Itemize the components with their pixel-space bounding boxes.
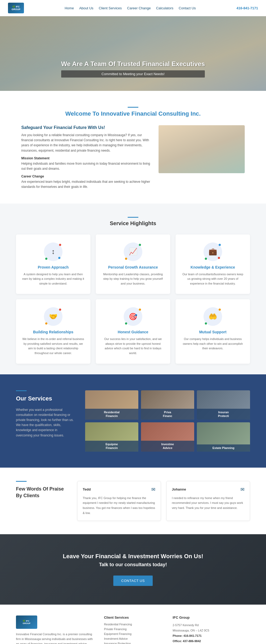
email-icon[interactable]: ✉ xyxy=(240,487,244,492)
footer-ifc-heading: IFC Group xyxy=(173,615,250,619)
card-description: Our company helps individuals and busine… xyxy=(181,337,245,351)
nav-contact[interactable]: Contact Us xyxy=(179,6,196,10)
testimonial-card: Tedd ✉ Thank you, IFC Group for helping … xyxy=(77,481,161,521)
service-highlights-section: Service Highlights ↕ Proven Approach A s… xyxy=(0,204,266,374)
nav-home[interactable]: Home xyxy=(65,6,74,10)
our-services-section: Our Services Whether you want a professi… xyxy=(0,374,266,468)
cta-subheading: Talk to our consultants today! xyxy=(16,562,250,568)
footer-cs-link[interactable]: Equipment Financing xyxy=(104,632,162,635)
logo[interactable]: 🌿 IFCGROUP xyxy=(8,3,24,13)
nav-calculators[interactable]: Calculators xyxy=(156,6,173,10)
testimonial-name: Tedd xyxy=(83,487,91,491)
footer-cs-link[interactable]: Residential Financing xyxy=(104,623,162,626)
card-title: Building Relationships xyxy=(21,330,85,334)
phone-number: 416-841-7171 xyxy=(236,6,258,10)
footer-logo: 🌿 IFCGROUP xyxy=(16,615,37,629)
services-description: Whether you want a professional consulta… xyxy=(16,407,74,438)
service-tile-label: Estate Planning xyxy=(197,444,250,451)
service-card: 🤝 Building Relationships We believe in t… xyxy=(16,299,90,363)
card-description: Our success lies in your satisfaction, a… xyxy=(101,337,165,355)
card-description: We believe in the re-order and referral … xyxy=(21,337,85,355)
cta-section: Leave Your Financial & Investment Worrie… xyxy=(0,534,266,605)
hero-heading: We Are A Team Of Trusted Financial Execu… xyxy=(61,60,205,68)
career-title: Career Change xyxy=(21,175,151,178)
service-card: 💼 Knowledge & Experience Our team of con… xyxy=(176,234,250,294)
card-title: Knowledge & Experience xyxy=(181,265,245,269)
service-tile-label: EquipmeFinancin xyxy=(85,441,138,452)
card-title: Mutual Support xyxy=(181,330,245,334)
logo-image: 🌿 IFCGROUP xyxy=(8,3,24,13)
footer-logo-block: 🌿 IFCGROUP Innovative Financial Consulti… xyxy=(16,615,93,644)
footer-cs-list: Residential FinancingPrivate FinancingEq… xyxy=(104,623,162,644)
footer-cs-link[interactable]: Investment Advice xyxy=(104,637,162,640)
card-icon: 📈 xyxy=(124,242,142,261)
hero-section: We Are A Team Of Trusted Financial Execu… xyxy=(0,16,266,91)
service-tile-label: ResidentialFinancin xyxy=(85,409,138,420)
service-card: 🤲 Mutual Support Our company helps indiv… xyxy=(176,299,250,363)
card-icon: 🤲 xyxy=(203,307,222,326)
services-tiles-grid: ResidentialFinancin PrivaFinanc InsuranP… xyxy=(85,390,250,452)
service-tile[interactable]: EquipmeFinancin xyxy=(85,422,138,452)
service-tile[interactable]: PrivaFinanc xyxy=(141,390,194,420)
card-icon: ↕ xyxy=(44,242,63,261)
service-card: ↕ Proven Approach A system designed to h… xyxy=(16,234,90,294)
card-description: Mentorship and Leadership classes, provi… xyxy=(101,272,165,286)
welcome-image xyxy=(159,125,245,173)
testimonial-cards: Tedd ✉ Thank you, IFC Group for helping … xyxy=(77,481,250,521)
footer-about: Innovative Financial Consulting Inc. is … xyxy=(16,632,93,644)
service-tile[interactable]: ResidentialFinancin xyxy=(85,390,138,420)
welcome-section: Welcome To Innovative Financial Consulti… xyxy=(0,91,266,204)
testimonials-heading: Few Words Of Praise By Clients xyxy=(16,486,69,499)
service-tile-label: InsuranProtecti xyxy=(197,409,250,420)
service-tile-label: PrivaFinanc xyxy=(141,409,194,420)
career-text: Are experienced team helps bright, motiv… xyxy=(21,179,151,189)
nav-career[interactable]: Career Change xyxy=(127,6,151,10)
navbar: 🌿 IFCGROUP Home About Us Client Services… xyxy=(0,0,266,16)
services-heading: Our Services xyxy=(16,395,74,402)
welcome-intro-heading: Safeguard Your Financial Future With Us! xyxy=(21,125,151,130)
card-description: A system designed to help you learn and … xyxy=(21,272,85,286)
welcome-divider xyxy=(21,104,245,110)
service-tile-label: InvestmeAdvice xyxy=(141,441,194,452)
cta-button[interactable]: CONTACT US xyxy=(113,576,153,586)
card-icon: 🤝 xyxy=(44,307,63,326)
cards-grid: ↕ Proven Approach A system designed to h… xyxy=(16,234,250,364)
cta-heading: Leave Your Financial & Investment Worrie… xyxy=(16,553,250,560)
testimonial-text: Thank you, IFC Group for helping me fina… xyxy=(83,496,155,516)
testimonials-left: Few Words Of Praise By Clients xyxy=(16,481,69,499)
nav-about[interactable]: About Us xyxy=(79,6,93,10)
email-icon[interactable]: ✉ xyxy=(151,487,155,492)
hero-subheading: Committed to Meeting your Exact Needs! xyxy=(61,70,205,78)
footer-cs-link[interactable]: Insurance Protection xyxy=(104,642,162,644)
footer-address: 2-5757 Kennedy RdMississauga, ON – L4Z 0… xyxy=(173,623,250,644)
service-card: 📈 Personal Growth Assurance Mentorship a… xyxy=(96,234,170,294)
mission-text: Helping individuals and families move fr… xyxy=(21,161,151,171)
testimonial-text: I needed to refinance my home when my fr… xyxy=(172,496,244,511)
footer: 🌿 IFCGROUP Innovative Financial Consulti… xyxy=(0,605,266,644)
service-tile[interactable]: InsuranProtecti xyxy=(197,390,250,420)
service-card: 🎯 Honest Guidance Our success lies in yo… xyxy=(96,299,170,363)
footer-cs-heading: Client Services xyxy=(104,615,162,619)
card-description: Our team of consultants/business owners … xyxy=(181,272,245,286)
testimonial-card: Johanne ✉ I needed to refinance my home … xyxy=(166,481,250,521)
nav-client-services[interactable]: Client Services xyxy=(99,6,122,10)
service-tile[interactable]: Estate Planning xyxy=(197,422,250,452)
card-title: Honest Guidance xyxy=(101,330,165,334)
service-tile[interactable]: InvestmeAdvice xyxy=(141,422,194,452)
mission-title: Mission Statement xyxy=(21,156,151,160)
highlights-heading: Service Highlights xyxy=(16,220,250,226)
testimonial-name: Johanne xyxy=(172,487,186,491)
card-icon: 🎯 xyxy=(124,307,142,326)
welcome-text-block: Safeguard Your Financial Future With Us!… xyxy=(21,125,151,193)
card-title: Proven Approach xyxy=(21,265,85,269)
footer-client-services: Client Services Residential FinancingPri… xyxy=(104,615,162,644)
card-icon: 💼 xyxy=(203,242,222,261)
footer-cs-link[interactable]: Private Financing xyxy=(104,627,162,631)
welcome-heading: Welcome To Innovative Financial Consulti… xyxy=(21,110,245,117)
footer-ifc-group: IFC Group 2-5757 Kennedy RdMississauga, … xyxy=(173,615,250,644)
welcome-intro-text: Are you looking for a reliable financial… xyxy=(21,133,151,153)
nav-links: Home About Us Client Services Career Cha… xyxy=(65,6,196,10)
testimonials-section: Few Words Of Praise By Clients Tedd ✉ Th… xyxy=(0,468,266,534)
services-left: Our Services Whether you want a professi… xyxy=(16,390,74,438)
card-title: Personal Growth Assurance xyxy=(101,265,165,269)
